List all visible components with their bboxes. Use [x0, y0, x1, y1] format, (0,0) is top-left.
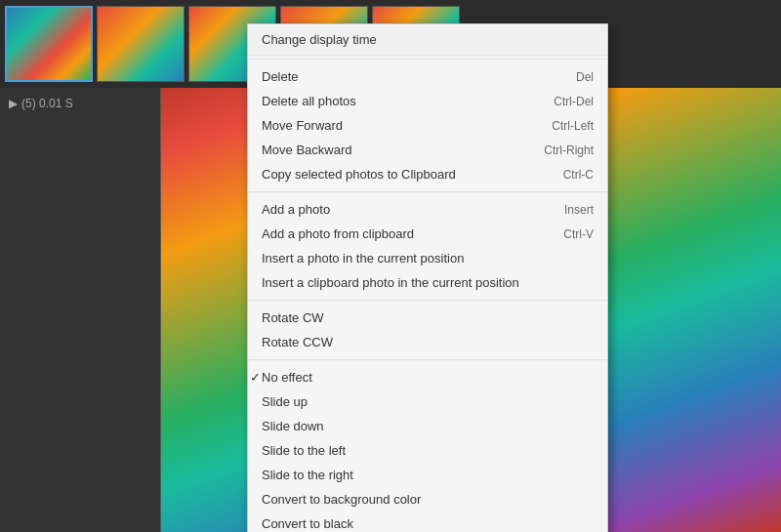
menu-label-slide-up: Slide up	[262, 394, 308, 409]
checkmark-icon: ✓	[250, 370, 261, 385]
info-text: (5) 0.01 S	[21, 97, 73, 110]
menu-label-insert-clipboard-current: Insert a clipboard photo in the current …	[262, 275, 519, 290]
menu-item-slide-down[interactable]: Slide down	[248, 414, 607, 438]
menu-item-slide-left[interactable]: Slide to the left	[248, 438, 607, 463]
menu-item-move-backward[interactable]: Move Backward Ctrl-Right	[248, 138, 607, 162]
menu-label-slide-right: Slide to the right	[262, 468, 353, 482]
menu-label-convert-black: Convert to black	[262, 516, 353, 531]
menu-header[interactable]: Change display time	[248, 24, 607, 56]
menu-label-move-backward: Move Backward	[262, 143, 351, 157]
menu-label-slide-left: Slide to the left	[262, 443, 346, 458]
menu-item-convert-black[interactable]: Convert to black	[248, 512, 607, 532]
menu-section-1: Delete Del Delete all photos Ctrl-Del Mo…	[248, 62, 607, 188]
menu-label-add-clipboard: Add a photo from clipboard	[262, 226, 414, 241]
divider-2	[248, 300, 607, 301]
menu-section-2: Add a photo Insert Add a photo from clip…	[248, 195, 607, 297]
shortcut-copy-clipboard: Ctrl-C	[563, 168, 594, 182]
menu-item-rotate-ccw[interactable]: Rotate CCW	[248, 330, 607, 354]
menu-label-convert-bg: Convert to background color	[262, 492, 421, 507]
menu-item-delete[interactable]: Delete Del	[248, 64, 607, 89]
menu-item-convert-bg[interactable]: Convert to background color	[248, 487, 607, 512]
menu-item-add-clipboard[interactable]: Add a photo from clipboard Ctrl-V	[248, 222, 607, 246]
divider-1	[248, 191, 607, 192]
shortcut-add-clipboard: Ctrl-V	[563, 227, 594, 241]
context-menu: Change display time Delete Del Delete al…	[247, 23, 608, 532]
menu-label-slide-down: Slide down	[262, 419, 324, 433]
menu-label-delete-all: Delete all photos	[262, 94, 356, 108]
menu-item-copy-clipboard[interactable]: Copy selected photos to Clipboard Ctrl-C	[248, 162, 607, 186]
filmstrip-thumb-2[interactable]	[97, 6, 185, 82]
divider-3	[248, 359, 607, 360]
menu-label-insert-current: Insert a photo in the current position	[262, 251, 464, 266]
shortcut-move-forward: Ctrl-Left	[552, 119, 594, 133]
menu-label-move-forward: Move Forward	[262, 118, 343, 133]
play-info: ▶ (5) 0.01 S	[5, 93, 155, 114]
shortcut-add-photo: Insert	[564, 203, 594, 217]
menu-label-delete: Delete	[262, 69, 299, 84]
menu-section-3: Rotate CW Rotate CCW	[248, 304, 607, 356]
menu-item-no-effect[interactable]: ✓ No effect	[248, 365, 607, 389]
thumb-image-1	[7, 8, 91, 80]
menu-item-add-photo[interactable]: Add a photo Insert	[248, 197, 607, 222]
menu-item-slide-right[interactable]: Slide to the right	[248, 463, 607, 487]
divider-0	[248, 59, 607, 60]
menu-label-rotate-cw: Rotate CW	[262, 310, 324, 325]
menu-section-4: ✓ No effect Slide up Slide down Slide to…	[248, 363, 607, 532]
filmstrip-thumb-1[interactable]	[5, 6, 93, 82]
menu-label-no-effect: No effect	[262, 370, 312, 385]
shortcut-delete: Del	[576, 70, 594, 84]
menu-item-slide-up[interactable]: Slide up	[248, 389, 607, 414]
menu-label-rotate-ccw: Rotate CCW	[262, 335, 333, 349]
play-icon: ▶	[9, 97, 18, 110]
menu-item-insert-clipboard-current[interactable]: Insert a clipboard photo in the current …	[248, 270, 607, 295]
menu-item-insert-current[interactable]: Insert a photo in the current position	[248, 246, 607, 270]
left-panel: ▶ (5) 0.01 S	[0, 88, 161, 532]
shortcut-move-backward: Ctrl-Right	[544, 143, 594, 157]
thumb-image-2	[98, 7, 184, 81]
menu-label-add-photo: Add a photo	[262, 202, 330, 217]
menu-label-copy-clipboard: Copy selected photos to Clipboard	[262, 167, 456, 182]
menu-item-delete-all[interactable]: Delete all photos Ctrl-Del	[248, 89, 607, 113]
menu-item-rotate-cw[interactable]: Rotate CW	[248, 306, 607, 330]
shortcut-delete-all: Ctrl-Del	[554, 95, 594, 108]
menu-item-move-forward[interactable]: Move Forward Ctrl-Left	[248, 113, 607, 138]
